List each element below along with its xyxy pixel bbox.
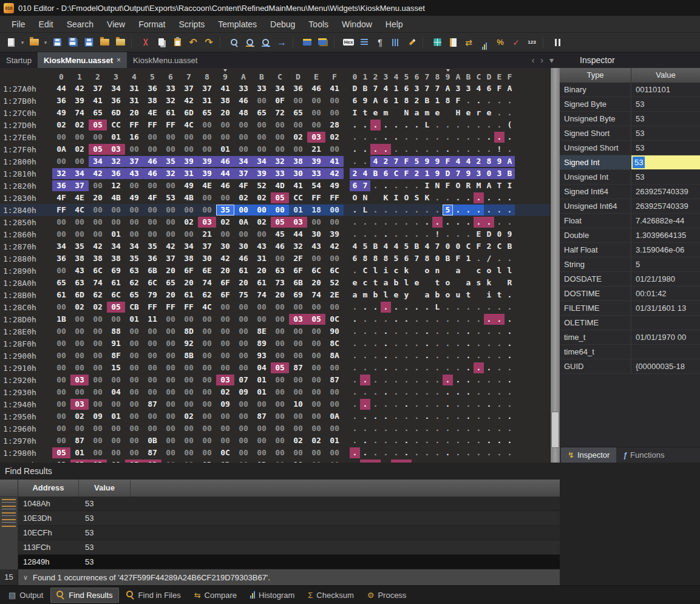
hex-byte[interactable]: 00 <box>289 447 307 458</box>
hex-byte[interactable]: CC <box>289 192 307 203</box>
hex-byte[interactable]: 00 <box>161 326 180 337</box>
hex-byte[interactable]: 31 <box>180 168 198 179</box>
hex-byte[interactable]: 00 <box>143 229 161 240</box>
inspector-row[interactable]: Signed Int64263925740339 <box>560 185 700 199</box>
ascii-char[interactable]: A <box>370 95 381 106</box>
ascii-char[interactable]: . <box>463 120 474 131</box>
hex-byte[interactable]: 32 <box>161 95 180 106</box>
ascii-char[interactable]: . <box>505 375 515 385</box>
hex-byte[interactable]: 20 <box>271 290 289 300</box>
ascii-char[interactable]: . <box>370 144 381 155</box>
inspector-row[interactable]: Float7.426882e-44 <box>560 214 700 228</box>
ascii-char[interactable]: K <box>381 192 391 203</box>
ascii-char[interactable]: 5 <box>412 156 422 167</box>
hex-byte[interactable]: 36 <box>143 83 161 94</box>
hex-byte[interactable]: 00 <box>198 338 216 349</box>
hex-byte[interactable]: 00 <box>89 375 107 385</box>
hex-byte[interactable]: 05 <box>271 362 289 373</box>
ascii-char[interactable]: . <box>474 435 484 446</box>
hex-byte[interactable]: 4E <box>143 107 161 118</box>
hex-byte[interactable]: 00 <box>125 326 143 337</box>
hex-byte[interactable]: 00 <box>289 375 307 385</box>
ascii-char[interactable]: . <box>412 326 422 337</box>
hex-byte[interactable]: 10 <box>289 399 307 410</box>
inspector-value[interactable]: 5 <box>631 257 700 271</box>
hex-byte[interactable]: 00 <box>198 132 216 143</box>
ascii-char[interactable]: . <box>505 387 515 398</box>
hex-byte[interactable]: 34 <box>70 168 89 179</box>
ascii-char[interactable]: . <box>484 375 494 385</box>
hex-byte[interactable]: 42 <box>180 95 198 106</box>
ascii-char[interactable]: . <box>494 387 505 398</box>
hex-byte[interactable]: 00 <box>234 205 253 215</box>
hex-byte[interactable]: 02 <box>216 387 234 398</box>
ascii-char[interactable]: . <box>401 447 412 458</box>
hex-byte[interactable]: 05 <box>89 144 107 155</box>
hex-byte[interactable]: 00 <box>198 192 216 203</box>
hex-byte[interactable]: 00 <box>89 423 107 434</box>
hex-byte[interactable]: 00 <box>70 338 89 349</box>
hex-byte[interactable]: 00 <box>107 375 125 385</box>
hex-byte[interactable]: 00 <box>52 375 70 385</box>
ascii-char[interactable]: . <box>453 435 463 446</box>
ascii-char[interactable]: . <box>484 350 494 361</box>
ascii-char[interactable]: . <box>422 205 432 215</box>
ascii-char[interactable]: . <box>432 362 443 373</box>
menu-file[interactable]: File <box>5 19 32 29</box>
ascii-char[interactable]: . <box>463 435 474 446</box>
hex-byte[interactable]: 00 <box>271 326 289 337</box>
hex-byte[interactable]: 05 <box>271 192 289 203</box>
ascii-char[interactable]: . <box>453 375 463 385</box>
ascii-char[interactable]: 1 <box>391 83 401 94</box>
ascii-char[interactable]: 4 <box>453 156 463 167</box>
ascii-char[interactable]: e <box>484 107 494 118</box>
ascii-char[interactable]: . <box>422 144 432 155</box>
find-icon[interactable] <box>227 35 242 50</box>
ascii-char[interactable]: . <box>370 217 381 228</box>
ascii-char[interactable]: . <box>391 144 401 155</box>
hex-byte[interactable]: 00 <box>325 95 344 106</box>
open-drive-icon[interactable] <box>97 35 112 50</box>
hex-byte[interactable]: 00 <box>180 447 198 458</box>
inspector-row[interactable]: time_t01/01/1970 00 <box>560 330 700 345</box>
hex-byte[interactable]: 42 <box>161 241 180 252</box>
hex-byte[interactable]: 00 <box>143 132 161 143</box>
ascii-char[interactable]: ( <box>505 120 515 131</box>
save-icon[interactable] <box>50 35 64 50</box>
ascii-char[interactable]: . <box>474 447 484 458</box>
save-all-icon[interactable] <box>66 35 80 50</box>
ascii-char[interactable]: B <box>422 95 432 106</box>
inspector-row[interactable]: time64_t <box>560 345 700 359</box>
hex-byte[interactable]: 62 <box>198 290 216 300</box>
hex-byte[interactable]: 46 <box>216 156 234 167</box>
menu-help[interactable]: Help <box>379 19 410 29</box>
ascii-char[interactable]: . <box>443 447 453 458</box>
hex-byte[interactable]: 00 <box>107 217 125 228</box>
ascii-char[interactable]: . <box>443 399 453 410</box>
hex-byte[interactable]: 00 <box>125 180 143 191</box>
ascii-char[interactable]: 3 <box>463 83 474 94</box>
hex-byte[interactable]: 4C <box>180 120 198 131</box>
hex-byte[interactable]: 00 <box>198 435 216 446</box>
ascii-char[interactable]: 6 <box>350 253 360 264</box>
ascii-char[interactable]: . <box>484 447 494 458</box>
ascii-char[interactable]: . <box>484 387 494 398</box>
ascii-char[interactable]: . <box>350 362 360 373</box>
histogram-tool-icon[interactable] <box>477 35 492 50</box>
ascii-char[interactable]: . <box>381 411 391 422</box>
ascii-char[interactable]: t <box>494 290 505 300</box>
hex-byte[interactable]: 00 <box>198 144 216 155</box>
hex-byte[interactable]: 8A <box>325 350 344 361</box>
ascii-char[interactable]: . <box>401 362 412 373</box>
ascii-char[interactable]: A <box>443 83 453 94</box>
ascii-char[interactable]: . <box>463 387 474 398</box>
ascii-char[interactable]: . <box>453 314 463 325</box>
ascii-char[interactable]: . <box>412 229 422 240</box>
hex-byte[interactable]: 00 <box>180 132 198 143</box>
ascii-char[interactable]: 9 <box>494 156 505 167</box>
ascii-char[interactable]: . <box>422 447 432 458</box>
ascii-char[interactable]: . <box>494 95 505 106</box>
hex-byte[interactable]: 00 <box>216 120 234 131</box>
ascii-char[interactable]: S <box>412 192 422 203</box>
ascii-char[interactable]: 4 <box>381 83 391 94</box>
